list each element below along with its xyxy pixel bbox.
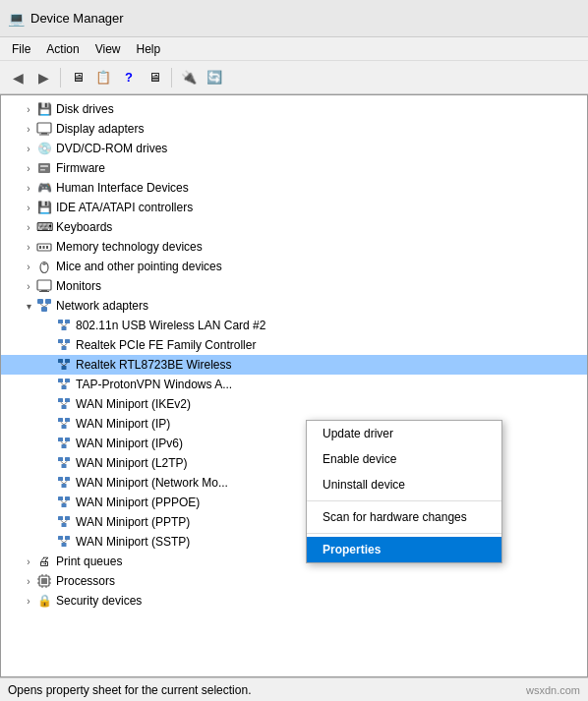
arrow-keyboard [21,219,36,235]
arrow-memory [21,239,36,255]
arrow-display [21,121,36,137]
tree-item-display[interactable]: Display adapters [1,119,587,139]
help-button[interactable]: ? [117,66,141,89]
svg-rect-23 [62,326,67,330]
uninstall-icon: 🔌 [181,70,197,85]
tree-view: 💾 Disk drives Display adapters 💿 DVD/CD-… [1,95,587,676]
back-icon: ◀ [13,70,24,86]
svg-rect-7 [39,246,41,249]
tree-item-dvd[interactable]: 💿 DVD/CD-ROM drives [1,139,587,158]
arrow-firmware [21,160,36,176]
context-menu: Update driver Enable device Uninstall de… [306,420,502,563]
tree-item-realtek-rtl[interactable]: Realtek RTL8723BE Wireless [1,355,587,375]
back-button[interactable]: ◀ [6,66,29,89]
context-menu-scan[interactable]: Scan for hardware changes [307,504,501,530]
tree-item-security[interactable]: 🔒 Security devices [1,591,587,611]
tree-item-hid[interactable]: 🎮 Human Interface Devices [1,178,587,198]
svg-rect-68 [62,503,67,507]
svg-rect-8 [43,246,45,249]
label-mice: Mice and other pointing devices [56,260,222,273]
tree-item-tap[interactable]: TAP-ProtonVPN Windows A... [1,375,587,394]
display-button[interactable]: 🖥 [143,66,166,89]
label-realtek-rtl: Realtek RTL8723BE Wireless [76,358,232,372]
svg-line-25 [64,323,68,326]
icon-realtek-fe [56,337,72,353]
svg-line-34 [61,363,65,366]
icon-security: 🔒 [36,593,52,609]
svg-rect-28 [62,346,67,350]
properties-button[interactable]: 📋 [91,66,115,89]
icon-wan-ipv6 [56,436,72,451]
tree-item-memory[interactable]: Memory technology devices [1,237,587,257]
forward-button[interactable]: ▶ [31,66,55,89]
tree-item-disk[interactable]: 💾 Disk drives [1,99,587,119]
icon-wan-pptp [56,514,72,530]
scan-button[interactable]: 🔄 [203,66,226,89]
svg-rect-38 [62,385,67,389]
arrow-monitors [21,278,36,294]
menu-file[interactable]: File [4,40,38,58]
tree-item-network[interactable]: Network adapters [1,296,587,316]
svg-line-65 [64,481,68,484]
menu-bar: File Action View Help [0,37,588,61]
label-processors: Processors [56,574,115,588]
icon-firmware [36,160,52,176]
arrow-ide [21,200,36,215]
label-wlan: 802.11n USB Wireless LAN Card #2 [76,319,265,332]
svg-line-79 [61,540,65,543]
svg-rect-61 [58,477,63,481]
context-menu-update[interactable]: Update driver [307,421,501,446]
svg-line-59 [61,461,65,464]
tree-item-realtek-fe[interactable]: Realtek PCIe FE Family Controller [1,335,587,355]
svg-line-29 [61,343,65,346]
label-display: Display adapters [56,122,144,136]
svg-line-55 [64,441,68,444]
svg-rect-43 [62,405,67,409]
tree-item-firmware[interactable]: Firmware [1,158,587,178]
svg-line-70 [64,500,68,503]
properties-icon: 📋 [95,70,111,85]
svg-rect-82 [41,578,47,584]
svg-rect-42 [65,398,70,402]
menu-help[interactable]: Help [129,40,169,58]
arrow-dvd [21,141,36,156]
svg-line-30 [64,343,68,346]
tree-item-wan-ikev2[interactable]: WAN Miniport (IKEv2) [1,394,587,414]
tree-item-wlan[interactable]: 802.11n USB Wireless LAN Card #2 [1,316,587,335]
uninstall-button[interactable]: 🔌 [177,66,201,89]
svg-rect-41 [58,398,63,402]
arrow-network [21,298,36,314]
label-firmware: Firmware [56,161,105,175]
svg-rect-36 [58,379,63,382]
tree-item-processors[interactable]: Processors [1,571,587,591]
computer-button[interactable]: 🖥 [66,66,89,89]
label-wan-l2tp: WAN Miniport (L2TP) [76,456,188,470]
context-menu-enable[interactable]: Enable device [307,446,501,472]
scan-icon: 🔄 [206,70,222,85]
app-icon: 💻 [8,11,25,27]
label-network: Network adapters [56,299,148,313]
context-menu-properties[interactable]: Properties [307,537,501,562]
label-wan-pptp: WAN Miniport (PPTP) [76,515,190,529]
tree-item-keyboard[interactable]: ⌨ Keyboards [1,217,587,237]
context-menu-uninstall[interactable]: Uninstall device [307,472,501,497]
svg-line-60 [64,461,68,464]
label-disk: Disk drives [56,102,114,116]
svg-rect-62 [65,477,70,481]
svg-rect-51 [58,438,63,441]
svg-rect-46 [58,418,63,422]
tree-item-monitors[interactable]: Monitors [1,276,587,296]
label-wan-sstp: WAN Miniport (SSTP) [76,535,190,549]
svg-rect-63 [62,484,67,488]
svg-rect-73 [62,523,67,527]
svg-rect-31 [58,359,63,363]
menu-action[interactable]: Action [38,40,87,58]
icon-wan-ip [56,416,72,432]
tree-item-mice[interactable]: Mice and other pointing devices [1,257,587,276]
menu-view[interactable]: View [88,40,129,58]
svg-rect-22 [65,320,70,323]
display-icon: 🖥 [148,70,161,85]
tree-item-ide[interactable]: 💾 IDE ATA/ATAPI controllers [1,198,587,217]
svg-rect-5 [40,169,45,171]
svg-rect-66 [58,497,63,500]
